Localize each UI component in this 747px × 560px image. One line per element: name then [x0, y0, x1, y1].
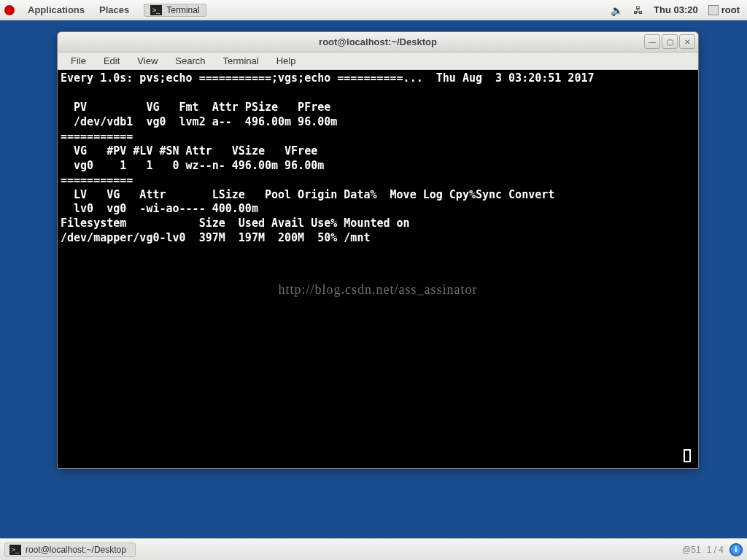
taskbar-item-label: Terminal: [166, 5, 199, 15]
titlebar[interactable]: root@localhost:~/Desktop — ▢ ✕: [58, 32, 698, 52]
bottom-panel: >_ root@localhost:~/Desktop @51 1 / 4 i: [0, 538, 747, 560]
volume-icon[interactable]: 🔈: [611, 4, 623, 16]
menu-help[interactable]: Help: [269, 54, 303, 68]
window-title: root@localhost:~/Desktop: [58, 36, 698, 47]
maximize-button[interactable]: ▢: [662, 34, 678, 49]
terminal-icon: >_: [9, 545, 21, 555]
workspace-switcher-icon[interactable]: i: [729, 543, 743, 556]
close-button[interactable]: ✕: [679, 34, 695, 49]
system-tray: 🔈 🖧 Thu 03:20 root: [611, 4, 743, 16]
menubar: File Edit View Search Terminal Help: [58, 52, 698, 70]
cursor-icon: [684, 449, 691, 462]
menu-view[interactable]: View: [130, 54, 165, 68]
user-menu[interactable]: root: [708, 4, 740, 15]
menu-terminal[interactable]: Terminal: [216, 54, 266, 68]
menu-file[interactable]: File: [63, 54, 93, 68]
clock[interactable]: Thu 03:20: [654, 4, 698, 15]
menu-edit[interactable]: Edit: [96, 54, 127, 68]
window-controls: — ▢ ✕: [644, 34, 695, 49]
distro-logo-icon[interactable]: [4, 5, 15, 15]
taskbar-item-terminal[interactable]: >_ Terminal: [144, 4, 206, 17]
workspace-counter: 1 / 4: [707, 545, 724, 555]
avatar-icon: [708, 5, 719, 15]
terminal-icon: >_: [150, 5, 162, 15]
terminal-window: root@localhost:~/Desktop — ▢ ✕ File Edit…: [57, 31, 699, 469]
taskbar-task-terminal[interactable]: >_ root@localhost:~/Desktop: [4, 542, 136, 557]
places-menu[interactable]: Places: [92, 0, 136, 20]
watermark-text: http://blog.csdn.net/ass_assinator: [279, 281, 478, 299]
terminal-content[interactable]: Every 1.0s: pvs;echo ===========;vgs;ech…: [58, 70, 698, 468]
top-panel: Applications Places >_ Terminal 🔈 🖧 Thu …: [0, 0, 747, 20]
applications-menu[interactable]: Applications: [20, 0, 92, 20]
network-icon[interactable]: 🖧: [633, 4, 643, 16]
minimize-button[interactable]: —: [644, 34, 660, 49]
menu-search[interactable]: Search: [168, 54, 212, 68]
annotation-text: @51: [682, 545, 701, 555]
taskbar-task-label: root@localhost:~/Desktop: [26, 545, 126, 555]
user-label: root: [721, 4, 740, 15]
